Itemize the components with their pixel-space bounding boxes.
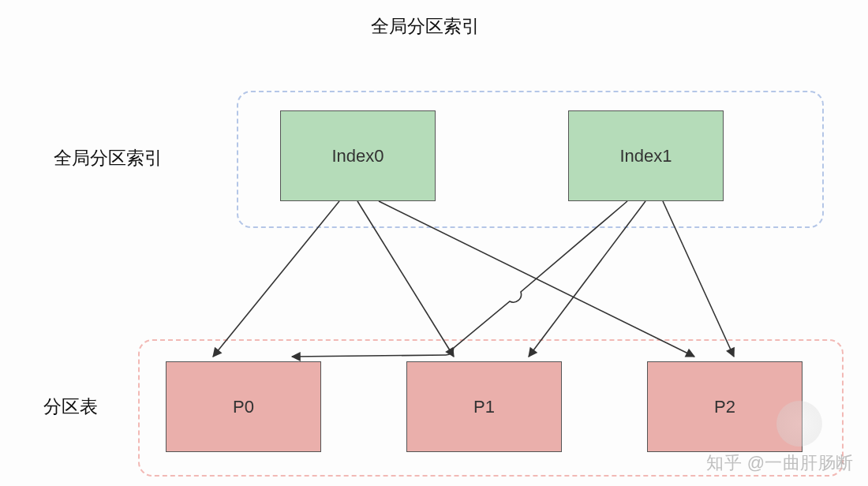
index-box-1-label: Index1 [619, 146, 672, 166]
index-box-0-label: Index0 [331, 146, 383, 166]
partition-group-label: 分区表 [43, 394, 98, 419]
partition-box-0: P0 [166, 361, 321, 452]
index-box-0: Index0 [280, 110, 436, 201]
index-box-1: Index1 [568, 110, 724, 201]
watermark-text: 知乎 @一曲肝肠断 [706, 451, 854, 475]
partition-box-1-label: P1 [473, 397, 495, 417]
partition-box-2: P2 [647, 361, 803, 452]
partition-box-2-label: P2 [714, 397, 735, 417]
diagram-title: 全局分区索引 [371, 14, 480, 39]
partition-box-0-label: P0 [233, 397, 254, 417]
index-group-label: 全局分区索引 [54, 146, 163, 170]
watermark-logo [776, 401, 822, 447]
partition-box-1: P1 [406, 361, 562, 452]
